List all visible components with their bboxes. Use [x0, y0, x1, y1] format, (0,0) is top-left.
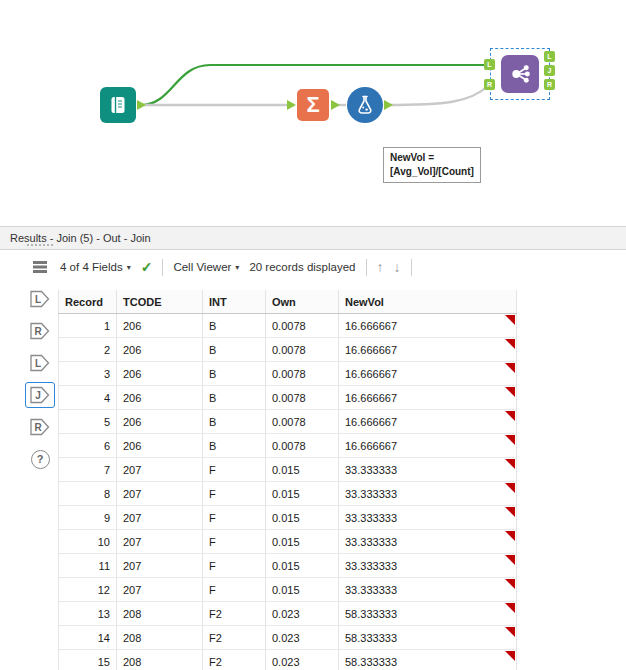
table-cell[interactable]: 207: [117, 458, 203, 482]
table-cell[interactable]: B: [203, 410, 266, 434]
input-anchor-icon[interactable]: [287, 100, 296, 110]
table-cell[interactable]: 1: [59, 314, 117, 338]
table-cell[interactable]: 0.023: [266, 626, 339, 650]
table-row[interactable]: 8207F0.01533.333333: [59, 482, 517, 506]
table-cell[interactable]: 33.333333: [339, 506, 517, 530]
table-cell[interactable]: 6: [59, 434, 117, 458]
table-cell[interactable]: 207: [117, 578, 203, 602]
wire-formula-to-join-R[interactable]: [385, 85, 489, 105]
table-row[interactable]: 1206B0.007816.666667: [59, 314, 517, 338]
table-cell[interactable]: 16.666667: [339, 410, 517, 434]
arrow-down-icon[interactable]: ↓: [394, 259, 401, 275]
table-cell[interactable]: 10: [59, 530, 117, 554]
output-anchor-button-R[interactable]: R: [25, 414, 55, 440]
table-row[interactable]: 12207F0.01533.333333: [59, 578, 517, 602]
table-cell[interactable]: B: [203, 338, 266, 362]
table-cell[interactable]: 0.0078: [266, 314, 339, 338]
table-cell[interactable]: 0.015: [266, 506, 339, 530]
join-output-anchor-L[interactable]: L: [544, 51, 555, 62]
table-cell[interactable]: 206: [117, 410, 203, 434]
output-anchor-button-J[interactable]: J: [25, 382, 55, 408]
arrow-up-icon[interactable]: ↑: [377, 259, 384, 275]
table-row[interactable]: 9207F0.01533.333333: [59, 506, 517, 530]
table-cell[interactable]: 208: [117, 650, 203, 670]
table-cell[interactable]: 0.0078: [266, 410, 339, 434]
table-cell[interactable]: 16.666667: [339, 362, 517, 386]
table-cell[interactable]: 11: [59, 554, 117, 578]
table-cell[interactable]: 16.666667: [339, 338, 517, 362]
join-input-anchor-R[interactable]: R: [484, 79, 495, 90]
data-grid-button[interactable]: [25, 254, 55, 280]
table-row[interactable]: 5206B0.007816.666667: [59, 410, 517, 434]
table-cell[interactable]: 58.333333: [339, 602, 517, 626]
column-header-newvol[interactable]: NewVol: [339, 290, 517, 314]
table-cell[interactable]: 9: [59, 506, 117, 530]
table-cell[interactable]: 58.333333: [339, 626, 517, 650]
table-cell[interactable]: 207: [117, 482, 203, 506]
table-cell[interactable]: 0.0078: [266, 338, 339, 362]
join-tool[interactable]: [501, 55, 539, 93]
join-output-anchor-R[interactable]: R: [544, 79, 555, 90]
table-row[interactable]: 4206B0.007816.666667: [59, 386, 517, 410]
output-anchor-icon[interactable]: [384, 100, 393, 110]
table-cell[interactable]: 16.666667: [339, 314, 517, 338]
table-cell[interactable]: F: [203, 554, 266, 578]
table-cell[interactable]: 33.333333: [339, 530, 517, 554]
table-cell[interactable]: 2: [59, 338, 117, 362]
table-cell[interactable]: 7: [59, 458, 117, 482]
workflow-canvas[interactable]: Σ L R L: [0, 0, 626, 226]
table-cell[interactable]: 0.023: [266, 602, 339, 626]
apply-check-icon[interactable]: ✓: [141, 259, 153, 275]
tool-annotation[interactable]: NewVol = [Avg_Vol]/[Count]: [383, 147, 481, 183]
table-cell[interactable]: 0.0078: [266, 386, 339, 410]
column-header-record[interactable]: Record: [59, 290, 117, 314]
table-row[interactable]: 11207F0.01533.333333: [59, 554, 517, 578]
input-anchor-button-L[interactable]: L: [25, 286, 55, 312]
table-row[interactable]: 3206B0.007816.666667: [59, 362, 517, 386]
table-cell[interactable]: 208: [117, 602, 203, 626]
table-cell[interactable]: 206: [117, 338, 203, 362]
table-cell[interactable]: B: [203, 386, 266, 410]
table-cell[interactable]: F: [203, 506, 266, 530]
table-cell[interactable]: 208: [117, 626, 203, 650]
table-cell[interactable]: 0.023: [266, 650, 339, 670]
table-row[interactable]: 6206B0.007816.666667: [59, 434, 517, 458]
table-cell[interactable]: 15: [59, 650, 117, 670]
table-row[interactable]: 14208F20.02358.333333: [59, 626, 517, 650]
table-cell[interactable]: 0.0078: [266, 362, 339, 386]
table-cell[interactable]: 207: [117, 506, 203, 530]
table-cell[interactable]: 33.333333: [339, 554, 517, 578]
column-header-own[interactable]: Own: [266, 290, 339, 314]
join-input-anchor-L[interactable]: L: [484, 59, 495, 70]
table-row[interactable]: 13208F20.02358.333333: [59, 602, 517, 626]
table-cell[interactable]: 16.666667: [339, 434, 517, 458]
table-cell[interactable]: F: [203, 458, 266, 482]
table-cell[interactable]: 206: [117, 314, 203, 338]
table-cell[interactable]: 207: [117, 554, 203, 578]
table-cell[interactable]: F2: [203, 650, 266, 670]
table-cell[interactable]: F: [203, 482, 266, 506]
drag-handle-icon[interactable]: [27, 244, 53, 248]
table-cell[interactable]: 0.015: [266, 482, 339, 506]
table-row[interactable]: 7207F0.01533.333333: [59, 458, 517, 482]
table-row[interactable]: 15208F20.02358.333333: [59, 650, 517, 670]
table-cell[interactable]: 33.333333: [339, 482, 517, 506]
help-button[interactable]: ?: [25, 446, 55, 472]
table-cell[interactable]: B: [203, 434, 266, 458]
table-cell[interactable]: 0.015: [266, 530, 339, 554]
table-cell[interactable]: 0.015: [266, 554, 339, 578]
table-cell[interactable]: 0.0078: [266, 434, 339, 458]
table-cell[interactable]: 206: [117, 434, 203, 458]
summarize-tool[interactable]: Σ: [297, 89, 329, 121]
table-row[interactable]: 2206B0.007816.666667: [59, 338, 517, 362]
table-cell[interactable]: 33.333333: [339, 578, 517, 602]
output-anchor-button-L[interactable]: L: [25, 350, 55, 376]
input-data-tool[interactable]: [100, 87, 136, 123]
table-cell[interactable]: F: [203, 530, 266, 554]
cell-viewer-dropdown[interactable]: Cell Viewer ▾: [173, 261, 239, 273]
table-cell[interactable]: B: [203, 362, 266, 386]
table-cell[interactable]: 5: [59, 410, 117, 434]
output-anchor-icon[interactable]: [331, 100, 340, 110]
table-cell[interactable]: 13: [59, 602, 117, 626]
fields-dropdown[interactable]: 4 of 4 Fields ▾: [60, 261, 131, 273]
